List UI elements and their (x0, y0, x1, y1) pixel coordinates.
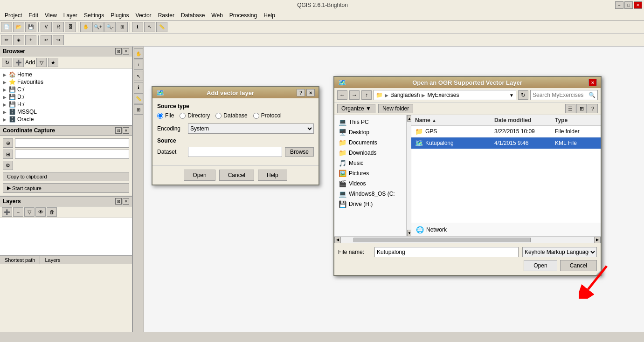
tree-item-h-drive[interactable]: ▶ 💾 H:/ (2, 101, 130, 108)
browse-btn[interactable]: Browse (285, 147, 314, 157)
tree-item-c-drive[interactable]: ▶ 💾 C:/ (2, 86, 130, 93)
identify-map-btn[interactable]: ℹ (134, 82, 143, 92)
hscroll-right-btn[interactable]: ▶ (594, 237, 601, 243)
coord-panel-float[interactable]: ⊡ (115, 127, 122, 134)
coord-x-input[interactable] (15, 138, 129, 148)
view-help-btn[interactable]: ? (588, 104, 598, 113)
layers-remove-btn[interactable]: − (13, 207, 23, 217)
tree-item-home[interactable]: ▶ 🏠 Home (2, 71, 130, 78)
tab-layers[interactable]: Layers (40, 256, 65, 264)
hscrollbar-thumb[interactable] (353, 238, 531, 242)
copy-to-clipboard-btn[interactable]: Copy to clipboard (3, 172, 129, 181)
layers-visible-btn[interactable]: 👁 (35, 207, 46, 217)
coord-crosshair-btn[interactable]: ⊕ (3, 138, 13, 148)
new-project-btn[interactable]: 📄 (1, 22, 12, 32)
nav-videos[interactable]: 🎬 Videos (336, 178, 404, 189)
menu-raster[interactable]: Raster (155, 11, 177, 20)
coord-table-btn[interactable]: ⊞ (3, 150, 13, 159)
browser-add-btn[interactable]: ➕ (14, 58, 24, 67)
redo-btn[interactable]: ↪ (53, 35, 64, 45)
coord-settings-btn[interactable]: ⚙ (3, 161, 13, 170)
add-db-btn[interactable]: 🗄 (65, 22, 76, 32)
browser-refresh-btn[interactable]: ↻ (2, 58, 12, 67)
ogr-refresh-btn[interactable]: ↻ (518, 90, 528, 100)
pan-btn[interactable]: ✋ (80, 22, 91, 32)
encoding-select[interactable]: System (188, 123, 314, 134)
add-vector-open-btn[interactable]: Open (184, 170, 215, 181)
measure-btn[interactable]: 📏 (156, 22, 167, 32)
menu-vector[interactable]: Vector (133, 11, 154, 20)
browser-bookmarks-btn[interactable]: ★ (48, 58, 58, 67)
add-feature-btn[interactable]: + (25, 35, 36, 45)
layer-toggle-btn[interactable]: ⊞ (134, 104, 143, 115)
start-capture-btn[interactable]: ▶ Start capture (3, 183, 129, 193)
add-vector-help-btn[interactable]: Help (258, 170, 287, 181)
edit-btn[interactable]: ✏ (1, 35, 12, 45)
zoom-in-btn[interactable]: 🔍+ (92, 22, 104, 32)
file-kutupalong[interactable]: 🗺️ Kutupalong 4/1/2015 9:46 KML File (411, 137, 601, 149)
menu-plugins[interactable]: Plugins (108, 11, 132, 20)
filetype-select[interactable]: Keyhole Markup Language ( (522, 247, 597, 257)
filename-input[interactable] (374, 247, 519, 257)
menu-edit[interactable]: Edit (26, 11, 41, 20)
menu-project[interactable]: Project (2, 11, 25, 20)
save-project-btn[interactable]: 💾 (25, 22, 36, 32)
browser-panel-float[interactable]: ⊡ (115, 48, 122, 55)
radio-file[interactable]: File (157, 112, 174, 119)
new-folder-btn[interactable]: New folder (378, 104, 413, 113)
node-tool-btn[interactable]: ◈ (13, 35, 24, 45)
zoom-extent-btn[interactable]: ⊞ (117, 22, 128, 32)
measure-map-btn[interactable]: 📏 (134, 93, 143, 103)
layers-filter-btn[interactable]: ▽ (24, 207, 35, 217)
ogr-resize-handle[interactable] (596, 270, 601, 275)
ogr-breadcrumb[interactable]: 📁 ▶ Bangladesh ▶ MyExercises ▼ (374, 90, 516, 100)
pan-map-btn[interactable]: ✋ (134, 48, 143, 59)
zoom-out-btn[interactable]: 🔍- (104, 22, 116, 32)
add-raster-btn[interactable]: R (53, 22, 64, 32)
nav-documents[interactable]: 📁 Documents (336, 137, 404, 148)
ogr-open-btn[interactable]: Open (524, 260, 557, 271)
select-feature-btn[interactable]: ↖ (134, 71, 143, 81)
identify-btn[interactable]: ℹ (132, 22, 143, 32)
hscroll-left-btn[interactable]: ◀ (334, 237, 341, 243)
tree-item-oracle[interactable]: ▶ 🗄️ Oracle (2, 116, 130, 123)
menu-view[interactable]: View (42, 11, 60, 20)
view-details-btn[interactable]: ⊞ (576, 104, 587, 113)
maximize-button[interactable]: □ (624, 1, 633, 9)
menu-web[interactable]: Web (208, 11, 225, 20)
minimize-button[interactable]: − (615, 1, 623, 9)
menu-settings[interactable]: Settings (81, 11, 107, 20)
close-button[interactable]: ✕ (634, 1, 642, 9)
add-vector-close[interactable]: ✕ (306, 89, 315, 96)
layers-panel-close[interactable]: ✕ (123, 198, 129, 205)
open-project-btn[interactable]: 📂 (13, 22, 24, 32)
view-list-btn[interactable]: ☰ (565, 104, 575, 113)
nav-network[interactable]: 🌐 Network (414, 225, 598, 235)
radio-database[interactable]: Database (215, 112, 247, 119)
browser-panel-close[interactable]: ✕ (123, 48, 129, 55)
nav-music[interactable]: 🎵 Music (336, 158, 404, 168)
menu-processing[interactable]: Processing (227, 11, 260, 20)
browser-filter-btn[interactable]: ▽ (36, 58, 47, 67)
dataset-input[interactable] (188, 147, 282, 157)
menu-database[interactable]: Database (178, 11, 208, 20)
nav-pictures[interactable]: 🖼️ Pictures (336, 168, 404, 178)
tree-item-favourites[interactable]: ▶ ⭐ Favourites (2, 78, 130, 86)
ogr-up-btn[interactable]: ↑ (361, 90, 372, 100)
nav-windows8[interactable]: 💻 Windows8_OS (C: (336, 189, 404, 199)
ogr-search-input[interactable] (533, 92, 589, 98)
zoom-in-map-btn[interactable]: + (134, 60, 143, 70)
nav-drive-h[interactable]: 💾 Drive (H:) (336, 199, 404, 209)
tree-item-d-drive[interactable]: ▶ 💾 D:/ (2, 93, 130, 101)
tab-shortest-path[interactable]: Shortest path (0, 256, 40, 264)
file-gps[interactable]: 📁 GPS 3/22/2015 10:09 File folder (411, 126, 601, 137)
radio-directory[interactable]: Directory (180, 112, 210, 119)
coord-panel-close[interactable]: ✕ (123, 127, 129, 134)
nav-downloads[interactable]: 📁 Downloads (336, 148, 404, 158)
select-btn[interactable]: ↖ (144, 22, 155, 32)
menu-help[interactable]: Help (261, 11, 278, 20)
ogr-back-btn[interactable]: ← (337, 90, 347, 100)
tree-item-mssql[interactable]: ▶ 🗄️ MSSQL (2, 108, 130, 116)
add-vector-cancel-btn[interactable]: Cancel (219, 170, 254, 181)
breadcrumb-dropdown-btn[interactable]: ▼ (509, 93, 514, 98)
